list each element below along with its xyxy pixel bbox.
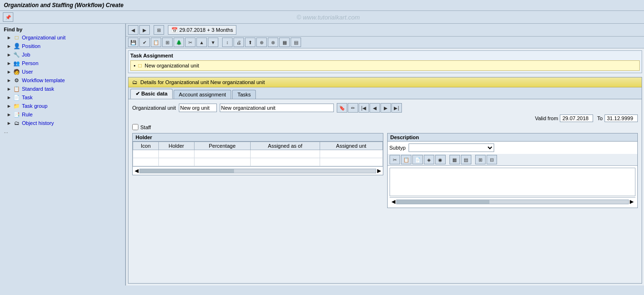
- cut-button[interactable]: ✂: [390, 155, 400, 164]
- edit-button[interactable]: ✏: [348, 103, 358, 113]
- sidebar-item-user[interactable]: ▶ 🧑 User: [0, 67, 125, 76]
- expand-button[interactable]: ↕: [222, 38, 233, 47]
- scroll-left-icon[interactable]: ◀: [391, 199, 395, 205]
- org-unit-full-input[interactable]: [220, 104, 334, 112]
- copy-button[interactable]: ⊕: [256, 38, 267, 47]
- holder-panel: Holder Icon Holder Percentage Assigned a…: [132, 133, 383, 175]
- arrow-icon: ▶: [8, 78, 11, 83]
- date-value: 29.07.2018: [179, 27, 205, 33]
- table-button[interactable]: ▤: [291, 38, 301, 47]
- holder-title: Holder: [133, 133, 383, 142]
- tab-tasks[interactable]: Tasks: [232, 90, 256, 99]
- col-assigned-as-of: Assigned as of: [250, 142, 320, 150]
- scrollbar-track[interactable]: [396, 200, 629, 204]
- sidebar-item-job[interactable]: ▶ 🔧 Job: [0, 50, 125, 59]
- desc-textarea[interactable]: [390, 168, 636, 196]
- insert1-button[interactable]: ⊞: [475, 155, 486, 164]
- to-label: To: [597, 115, 603, 121]
- sidebar-item-person[interactable]: ▶ 👥 Person: [0, 59, 125, 67]
- arrow-icon: ▶: [8, 95, 11, 100]
- staff-checkbox[interactable]: [132, 124, 138, 130]
- italic-button[interactable]: ◉: [435, 155, 446, 164]
- save-button[interactable]: 💾: [128, 38, 138, 47]
- subtype-row: Subtyp: [388, 142, 638, 154]
- desc-toolbar: ✂ 📋 📄 ◈ ◉ ▦ ▤ ⊞ ⊟: [388, 154, 638, 166]
- tree-button[interactable]: 🌲: [174, 38, 184, 47]
- print-button[interactable]: 🖨: [234, 38, 244, 47]
- empty-cell: [320, 150, 382, 158]
- clipboard-button[interactable]: 📋: [151, 38, 161, 47]
- prev-button[interactable]: ◀: [370, 103, 380, 113]
- down-button[interactable]: ▼: [208, 38, 218, 47]
- delete-button[interactable]: ✂: [185, 38, 195, 47]
- tab-account-assignment[interactable]: Account assignment: [174, 90, 231, 99]
- tab-account-assignment-label: Account assignment: [179, 92, 226, 97]
- subtyp-select[interactable]: [409, 143, 494, 152]
- details-body: Organizational unit 🔖 ✏ |◀ ◀ ▶ ▶|: [128, 99, 642, 283]
- arrow-icon: ▶: [8, 121, 11, 125]
- task-row-label: New organizational unit: [145, 63, 199, 68]
- pin-button[interactable]: 📌: [3, 12, 13, 22]
- date-range: + 3 Months: [207, 27, 233, 33]
- bookmark-button[interactable]: 🔖: [337, 103, 347, 113]
- sidebar-item-rule[interactable]: ▶ 📑 Rule: [0, 110, 125, 119]
- sidebar-item-standard-task[interactable]: ▶ 📋 Standard task: [0, 85, 125, 93]
- org-unit-form-label: Organizational unit: [132, 105, 176, 111]
- scroll-right-icon[interactable]: ▶: [377, 168, 381, 174]
- content-area: ◀ ▶ ⊞ 📅 29.07.2018 + 3 Months 💾 ✔ 📋 ⊞ 🌲 …: [126, 24, 644, 285]
- arrow-icon: ▶: [8, 53, 11, 57]
- export-button[interactable]: ⬆: [245, 38, 255, 47]
- sidebar-item-org-unit[interactable]: ▶ □ Organizational unit: [0, 33, 125, 42]
- next-button[interactable]: ▶: [381, 103, 391, 113]
- back-button[interactable]: ◀: [128, 25, 138, 35]
- insert2-button[interactable]: ⊟: [487, 155, 497, 164]
- details-panel: 🗂 Details for Organizational unit New or…: [128, 77, 642, 284]
- two-col-section: Holder Icon Holder Percentage Assigned a…: [132, 133, 638, 208]
- forward-button[interactable]: ▶: [139, 25, 150, 35]
- org-button[interactable]: ⊞: [162, 38, 173, 47]
- paste-button[interactable]: ⊗: [268, 38, 278, 47]
- holder-section: Holder Icon Holder Percentage Assigned a…: [132, 133, 383, 208]
- scrollbar-track[interactable]: [139, 169, 376, 173]
- table2-button[interactable]: ▤: [461, 155, 471, 164]
- grid-button[interactable]: ▦: [279, 38, 290, 47]
- holder-table: Icon Holder Percentage Assigned as of As…: [133, 142, 383, 166]
- sidebar-item-workflow-template[interactable]: ▶ ⚙ Workflow template: [0, 76, 125, 85]
- sidebar-more: ...: [0, 127, 125, 135]
- first-button[interactable]: |◀: [359, 103, 369, 113]
- sidebar-item-position[interactable]: ▶ 👤 Position: [0, 42, 125, 50]
- main-layout: Find by ▶ □ Organizational unit ▶ 👤 Posi…: [0, 24, 644, 285]
- app-title: Organization and Staffing (Workflow) Cre…: [4, 2, 124, 9]
- sidebar-item-task-group[interactable]: ▶ 📁 Task group: [0, 102, 125, 110]
- col-assigned-unt: Assigned unt: [320, 142, 382, 150]
- task-row[interactable]: • □ New organizational unit: [130, 60, 640, 71]
- up-button[interactable]: ▲: [196, 38, 207, 47]
- paste-text-button[interactable]: 📄: [412, 155, 423, 164]
- overview-button[interactable]: ⊞: [154, 25, 164, 35]
- col-percentage: Percentage: [194, 142, 250, 150]
- sidebar-item-label: Object history: [22, 120, 54, 126]
- copy-text-button[interactable]: 📋: [401, 155, 411, 164]
- last-button[interactable]: ▶|: [391, 103, 402, 113]
- title-bar: Organization and Staffing (Workflow) Cre…: [0, 0, 644, 11]
- table1-button[interactable]: ▦: [449, 155, 460, 164]
- org-unit-form-row: Organizational unit 🔖 ✏ |◀ ◀ ▶ ▶|: [132, 103, 638, 113]
- scroll-right-icon[interactable]: ▶: [630, 199, 634, 205]
- check-button[interactable]: ✔: [139, 38, 150, 47]
- sidebar-item-label: Rule: [22, 112, 33, 117]
- to-field: To 31.12.9999: [597, 114, 638, 122]
- sidebar-item-task[interactable]: ▶ 📄 Task: [0, 93, 125, 102]
- sidebar-item-object-history[interactable]: ▶ 🗂 Object history: [0, 119, 125, 127]
- valid-from-value: 29.07.2018: [560, 114, 593, 122]
- org-unit-short-input[interactable]: [179, 104, 217, 112]
- valid-from-field: Valid from 29.07.2018: [535, 114, 594, 122]
- scroll-left-icon[interactable]: ◀: [135, 168, 138, 174]
- rule-icon: 📑: [13, 111, 20, 118]
- sidebar-item-label: Task: [22, 95, 33, 100]
- desc-scrollbar[interactable]: ◀ ▶: [390, 197, 636, 206]
- holder-scrollbar[interactable]: ◀ ▶: [133, 166, 383, 175]
- tab-basic-data[interactable]: ✔ Basic data: [130, 89, 173, 99]
- details-folder-icon: 🗂: [132, 79, 137, 85]
- bold-button[interactable]: ◈: [424, 155, 434, 164]
- staff-label: Staff: [140, 124, 151, 130]
